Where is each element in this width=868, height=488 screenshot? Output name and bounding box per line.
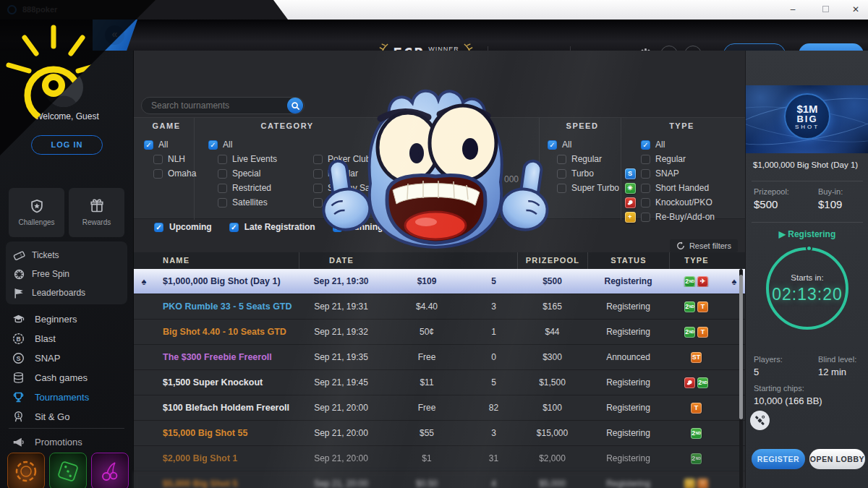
challenges-card[interactable]: Challenges: [9, 188, 64, 237]
row-type-badges: ST: [669, 352, 723, 363]
filter-option[interactable]: +Re-Buy/Add-on: [624, 210, 715, 224]
gift-icon: [90, 199, 104, 213]
filter-option[interactable]: Knockout/PKO: [624, 195, 715, 210]
row-date: Sep 21, 20:00: [299, 428, 383, 438]
sidebar-item-beginners[interactable]: Beginners: [0, 309, 134, 329]
state-filter[interactable]: ✓Late Registration: [229, 222, 315, 232]
filter-option[interactable]: Regular: [557, 152, 619, 166]
checkbox-unchecked[interactable]: [641, 155, 650, 164]
sidebar-item-blast[interactable]: B Blast: [0, 329, 134, 348]
checkbox-unchecked[interactable]: [557, 184, 566, 193]
checkbox-unchecked[interactable]: [153, 155, 163, 164]
speed-filter-header: SPEED: [542, 121, 622, 130]
row-status: Registering: [587, 479, 669, 488]
checkbox-checked[interactable]: ✓: [154, 223, 163, 232]
filter-option[interactable]: Regular: [624, 152, 715, 166]
row-prizepool: $1,500: [517, 377, 587, 388]
search-input[interactable]: [142, 100, 287, 111]
filter-option[interactable]: ✳Short Handed: [624, 181, 715, 195]
filter-option[interactable]: Super Turbo: [557, 181, 619, 195]
filter-option[interactable]: ✓All: [624, 137, 715, 152]
checkbox-unchecked[interactable]: [218, 155, 227, 164]
row-prizepool: $500: [517, 276, 587, 286]
open-lobby-button[interactable]: OPEN LOBBY: [809, 449, 865, 469]
rebuy-badge-icon: +: [684, 479, 695, 488]
players-value: 5: [754, 367, 759, 377]
table-row[interactable]: $100 Blefach Holdem FreerollSep 21, 20:0…: [134, 395, 745, 421]
sidebar-item-promotions[interactable]: Promotions: [0, 432, 134, 451]
table-row[interactable]: The $300 Freebie FreerollSep 21, 19:35Fr…: [134, 345, 745, 370]
checkbox-unchecked[interactable]: [641, 169, 650, 179]
sidebar-login-button[interactable]: LOG IN: [31, 135, 103, 155]
search-icon[interactable]: [287, 98, 303, 114]
register-button[interactable]: REGISTER: [752, 449, 805, 469]
filter-option[interactable]: ✓All: [144, 137, 196, 152]
buyin-label: Buy-in:: [818, 187, 843, 196]
table-row[interactable]: $1,500 Super KnockoutSep 21, 19:45$115$1…: [134, 370, 745, 395]
checkbox-checked[interactable]: ✓: [144, 140, 153, 150]
filter-option[interactable]: Restricted: [218, 181, 277, 195]
countdown-timer: 02:13:20: [746, 285, 868, 304]
reset-filters-button[interactable]: Reset filters: [670, 239, 738, 252]
checkbox-unchecked[interactable]: [218, 198, 227, 207]
row-prizepool: $165: [517, 301, 587, 312]
table-row[interactable]: PKO Rumble 33 - 5 Seats GTDSep 21, 19:31…: [134, 294, 745, 320]
satellite-icon[interactable]: [750, 411, 770, 430]
filter-option-label: Short Handed: [655, 183, 709, 193]
close-button[interactable]: ✕: [846, 3, 865, 17]
rewards-card[interactable]: Rewards: [69, 188, 124, 237]
filter-option[interactable]: NLH: [153, 152, 196, 166]
maximize-button[interactable]: [816, 3, 835, 17]
checkbox-unchecked[interactable]: [557, 155, 566, 164]
checkbox-checked[interactable]: ✓: [229, 223, 239, 232]
filter-option[interactable]: Special: [218, 166, 277, 181]
state-filter[interactable]: ✓Upcoming: [154, 222, 212, 232]
minimize-button[interactable]: –: [783, 3, 802, 17]
quick-links-box: Tickets Free Spin Leaderboards: [6, 241, 127, 304]
sidebar-item-snap[interactable]: S SNAP: [0, 348, 134, 368]
filter-option-label: NLH: [168, 154, 185, 164]
filter-option-label: Turbo: [571, 168, 594, 179]
table-row[interactable]: ♠$1,000,000 Big Shot (Day 1)Sep 21, 19:3…: [134, 269, 745, 294]
sidebar-item-tickets[interactable]: Tickets: [13, 246, 127, 265]
filter-option[interactable]: SSNAP: [624, 166, 715, 181]
checkbox-unchecked[interactable]: [641, 198, 650, 207]
filter-option[interactable]: ✓All: [208, 137, 277, 152]
checkbox-unchecked[interactable]: [641, 213, 650, 222]
table-row[interactable]: $5,000 Big Shot 5Sep 21, 20:00$0.504$5,0…: [134, 471, 745, 488]
table-row[interactable]: $15,000 Big Shot 55Sep 21, 20:00$553$15,…: [134, 421, 745, 446]
checkbox-unchecked[interactable]: [557, 169, 566, 179]
filter-option-label: Restricted: [232, 183, 271, 193]
checkbox-unchecked[interactable]: [218, 169, 227, 179]
checkbox-checked[interactable]: ✓: [641, 140, 650, 150]
sidebar-item-cash-games[interactable]: Cash games: [0, 368, 134, 388]
promo-tile-dice[interactable]: [49, 453, 87, 488]
starts-in-label: Starts in:: [746, 273, 868, 282]
promo-tile-cherries[interactable]: [91, 453, 129, 488]
filter-option[interactable]: Omaha: [153, 166, 196, 181]
sidebar-item-sit-and-go[interactable]: 1 Sit & Go: [0, 407, 134, 427]
filter-option[interactable]: ✓All: [548, 137, 619, 152]
checkbox-checked[interactable]: ✓: [208, 140, 218, 150]
filter-option[interactable]: Satellites: [218, 195, 277, 210]
checkbox-unchecked[interactable]: [641, 184, 650, 193]
second-badge-icon: 2ND: [691, 428, 702, 439]
promo-tile-chip[interactable]: [7, 453, 45, 488]
row-entrants: 31: [470, 453, 517, 463]
filter-option[interactable]: Live Events: [218, 152, 277, 166]
filter-option[interactable]: Turbo: [557, 166, 619, 181]
row-status: Registering: [587, 377, 669, 388]
888-mascot: [320, 81, 551, 254]
trophy-icon: [12, 391, 25, 403]
row-buyin: $4.40: [383, 301, 470, 312]
sidebar-item-free-spin[interactable]: Free Spin: [13, 265, 127, 283]
scrollbar-thumb[interactable]: [739, 275, 743, 419]
type-filter-list: ✓AllRegularSSNAP✳Short HandedKnockout/PK…: [624, 137, 715, 224]
row-status: Registering: [587, 301, 669, 312]
sidebar-item-tournaments[interactable]: Tournaments: [0, 388, 134, 407]
checkbox-unchecked[interactable]: [218, 184, 227, 193]
table-row[interactable]: $2,000 Big Shot 1Sep 21, 20:00$131$2,000…: [134, 446, 745, 471]
table-row[interactable]: Big Shot 4.40 - 10 Seats GTDSep 21, 19:3…: [134, 320, 745, 345]
checkbox-unchecked[interactable]: [153, 169, 163, 179]
sidebar-item-leaderboards[interactable]: Leaderboards: [13, 283, 127, 302]
